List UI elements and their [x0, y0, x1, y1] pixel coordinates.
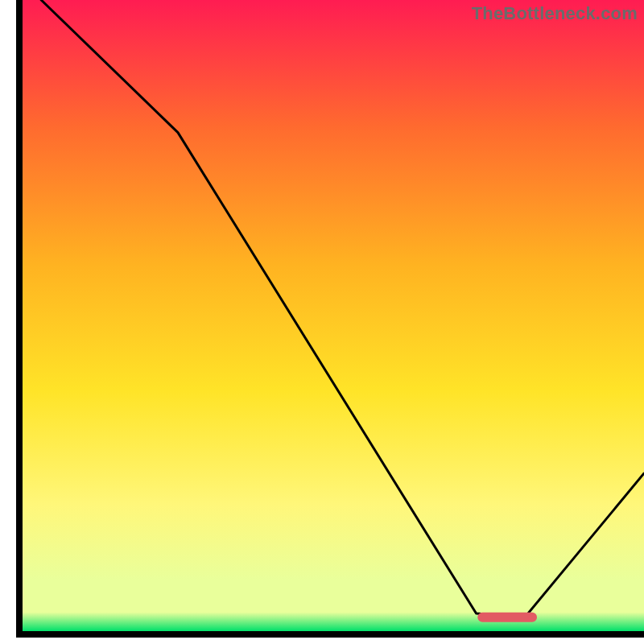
- chart-frame: TheBottleneck.com: [0, 0, 644, 644]
- plot-svg: [23, 0, 644, 631]
- plot-window: [23, 0, 644, 631]
- axis-y: [16, 0, 23, 638]
- axis-x: [16, 631, 644, 638]
- watermark-text: TheBottleneck.com: [472, 3, 638, 24]
- background-gradient: [23, 0, 644, 631]
